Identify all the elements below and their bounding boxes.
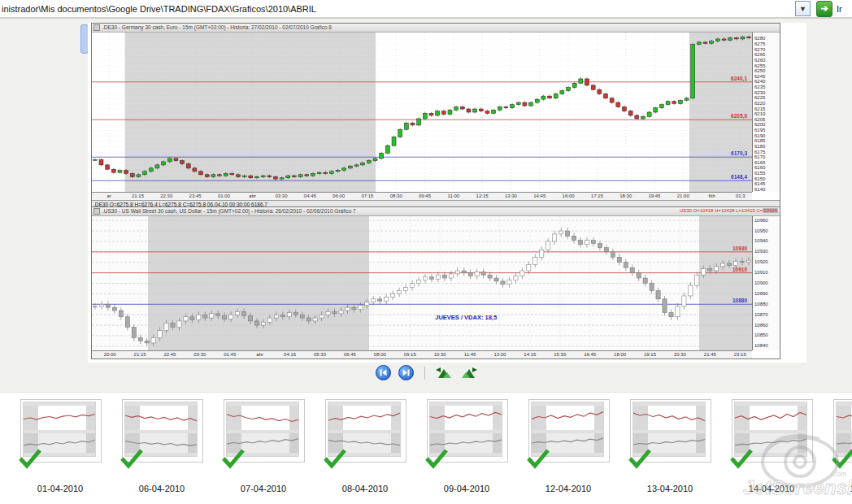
time-tick: 08:00 [374,352,386,357]
time-tick: 18:30 [619,193,632,198]
de30-chart-title: .DE30 - Germany 30 cash, Euro - 15m (GMT… [102,24,332,32]
time-tick: 06:00 [333,193,345,198]
price-tick: 10870 [754,312,768,318]
price-tick: 10890 [754,291,768,297]
time-tick: 6th [708,193,715,198]
us30-chart-title: .US30 - US Wall Street 30 cash, US Dolla… [102,207,356,215]
thumbnail-item[interactable]: 06-04-2010 [121,399,223,493]
time-tick: abr [249,193,256,198]
thumbnail-sparkline [633,406,705,430]
svg-text:6170,3: 6170,3 [731,150,747,157]
thumbnail-item[interactable]: 08-04-2010 [324,399,426,493]
mountain-arrow-right-icon[interactable] [460,367,477,379]
green-check-icon [729,448,754,469]
skip-first-button[interactable] [376,365,391,380]
time-tick: 13:00 [493,352,506,357]
de30-time-axis: ar21:1522:3023:4501:00abr03:3004:4506:00… [92,192,752,200]
go-button[interactable]: ➔ [816,1,832,17]
time-tick: 19:15 [644,352,656,357]
time-tick: 15:30 [554,352,566,357]
price-tick: 10850 [754,332,768,338]
svg-text:10880: 10880 [732,298,747,303]
time-tick: 03:30 [275,193,287,198]
app-window: { "address_bar": { "path": "inistrador\\… [0,0,852,504]
time-tick: 21:15 [134,352,146,357]
mountain-arrow-left-icon[interactable] [436,367,453,379]
thumbnail-date-label: 06-04-2010 [121,484,202,493]
thumbnail-sparkline [532,406,603,430]
de30-plot-area: 6240,16205,06170,36148,4 [92,33,752,192]
svg-text:6205,0: 6205,0 [731,113,747,119]
thumbnail-item[interactable]: 09-04-2010 [426,399,528,493]
vdax-annotation: JUEVES / VDAX: 18,5 [435,314,497,321]
green-check-icon [120,448,144,469]
skip-last-button[interactable] [398,365,414,380]
price-tick: 10940 [754,238,768,244]
thumbnail-date-label: 01-04-2010 [20,484,101,493]
thumbnail-date-label: 07-04-2010 [223,484,304,493]
svg-text:6240,1: 6240,1 [731,76,747,82]
price-tick: 6140 [754,187,765,193]
thumbnail-sparkline [430,406,502,430]
time-tick: 17:15 [591,193,603,198]
chevron-down-icon[interactable]: ▼ [795,1,811,16]
green-check-icon [424,448,449,469]
window-icon [93,208,100,215]
green-check-icon [628,448,652,469]
time-tick: 18:00 [614,352,626,357]
time-tick: 22:30 [160,193,172,198]
time-tick: 07:15 [361,193,373,198]
candlestick-chart-svg: 6240,16205,06170,36148,4 [92,33,752,192]
time-tick: 01:3 [736,193,746,198]
thumbnail-sparkline [328,406,400,430]
us30-close-chip: 10426 [763,208,778,213]
time-tick: 21:15 [132,193,144,198]
time-tick: 06:45 [344,352,356,357]
price-tick: 10950 [754,228,768,234]
time-tick: 01:45 [224,352,236,357]
thumbnail-item[interactable]: 07-04-2010 [223,399,324,493]
thumbnail-date-label: 15-04-2010 [832,484,852,493]
de30-chart-panel: .DE30 - Germany 30 cash, Euro - 15m (GMT… [91,23,780,208]
thumbnail-item[interactable]: 12-04-2010 [528,399,629,493]
time-tick: 14:45 [533,193,546,198]
price-tick: 10880 [754,302,768,307]
price-tick: 10920 [754,259,768,265]
time-tick: 23:15 [734,352,746,357]
chart-screenshot-image: .DE30 - Germany 30 cash, Euro - 15m (GMT… [88,23,806,363]
de30-price-axis: 6280627562706265626062556250624562406235… [752,33,780,192]
time-tick: 16:00 [563,193,575,198]
green-check-icon [18,448,42,469]
thumbnail-sparkline [24,406,95,430]
thumbnail-item[interactable]: 15-04-2010 [832,399,852,493]
thumbnail-item[interactable]: 14-04-2010 [731,399,832,493]
address-input[interactable] [0,1,795,16]
time-tick: 04:45 [304,193,316,198]
us30-time-axis: 20:0021:1522:4500:3001:45abr04:1505:3006… [92,350,752,358]
thumbnail-date-label: 09-04-2010 [426,484,507,493]
address-bar: ▼ ➔ Ir [0,0,852,19]
time-tick: 23:45 [189,193,202,198]
time-tick: 22:45 [163,352,176,357]
time-tick: ar [107,193,111,198]
time-tick: 11:45 [464,352,476,357]
us30-ohlc-readout: US30 O=10418 H=10428 L=10415 C=10426 [680,208,778,213]
green-check-icon [221,448,246,469]
thumbnail-item[interactable]: 13-04-2010 [629,399,731,493]
time-tick: 04:15 [284,352,296,357]
us30-plot-area: JUEVES / VDAX: 18,5109301091010880 [92,216,752,350]
thumbnail-date-label: 13-04-2010 [629,484,711,493]
controls-separator [424,367,425,380]
green-check-icon [526,448,550,469]
time-tick: 12:15 [476,193,489,198]
svg-text:10910: 10910 [732,267,747,272]
thumbnail-date-label: 08-04-2010 [324,484,406,493]
de30-chart-titlebar: .DE30 - Germany 30 cash, Euro - 15m (GMT… [92,24,780,33]
time-tick: 00:30 [193,352,206,357]
thumbnail-date-label: 14-04-2010 [731,484,812,493]
price-tick: 10930 [754,249,768,254]
thumbnail-filmstrip: 01-04-201006-04-201007-04-201008-04-2010… [0,392,852,504]
svg-text:6148,4: 6148,4 [731,174,747,180]
thumbnail-date-label: 12-04-2010 [528,484,609,493]
thumbnail-item[interactable]: 01-04-2010 [20,399,121,493]
